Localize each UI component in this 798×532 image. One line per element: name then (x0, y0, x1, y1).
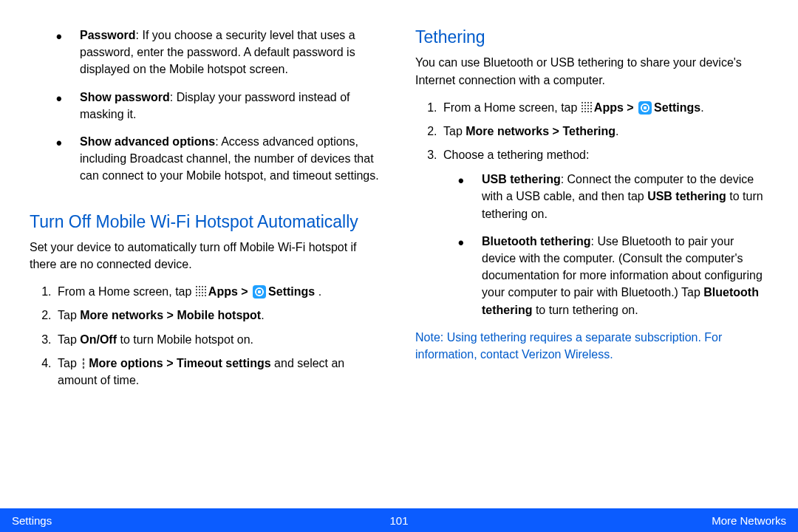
t-step-1-settings: Settings (654, 101, 700, 114)
step-1-pre: From a Home screen, tap (58, 285, 195, 298)
turn-off-intro: Set your device to automatically turn of… (30, 239, 386, 273)
step-4-pre: Tap (58, 357, 80, 369)
page-footer: Settings 101 More Networks (0, 508, 798, 532)
hotspot-config-bullets: Password: If you choose a security level… (30, 27, 386, 185)
tethering-methods: USB tethering: Connect the computer to t… (443, 171, 771, 318)
note-label: Note (415, 331, 440, 344)
left-column: Password: If you choose a security level… (0, 0, 400, 508)
step-3: Tap On/Off to turn Mobile hotspot on. (55, 331, 386, 348)
settings-gear-icon (253, 285, 266, 299)
tethering-note: Note: Using tethering requires a separat… (415, 329, 771, 363)
t-step-2-pre: Tap (443, 125, 466, 137)
step-4-bold: More options > Timeout settings (89, 357, 270, 369)
apps-grid-icon (581, 101, 593, 113)
bullet-password: Password: If you choose a security level… (56, 27, 386, 78)
step-2-pre: Tap (58, 309, 80, 321)
turn-off-steps: From a Home screen, tap Apps > Settings … (30, 283, 386, 389)
bullet-password-label: Password (80, 29, 136, 41)
more-options-icon (80, 357, 87, 369)
bullet-advanced-label: Show advanced options (80, 135, 215, 148)
tethering-steps: From a Home screen, tap Apps > Settings.… (415, 99, 771, 318)
t-step-3: Choose a tethering method: USB tethering… (440, 146, 771, 318)
apps-grid-icon (195, 285, 207, 297)
t-step-1-apps: Apps > (594, 101, 637, 114)
step-2-post: . (261, 309, 264, 321)
page-body: Password: If you choose a security level… (0, 0, 798, 508)
step-1-post: . (315, 285, 321, 298)
bullet-advanced: Show advanced options: Access advanced o… (56, 133, 386, 185)
footer-page-number: 101 (0, 514, 798, 527)
method-usb-label: USB tethering (482, 173, 561, 185)
note-text: : Using tethering requires a separate su… (415, 331, 722, 361)
heading-tethering: Tethering (415, 25, 771, 50)
t-step-2-post: . (615, 125, 618, 137)
t-step-1-pre: From a Home screen, tap (443, 101, 581, 114)
method-bt-t2: to turn tethering on. (532, 304, 638, 316)
right-column: Tethering You can use Bluetooth or USB t… (400, 0, 798, 508)
t-step-1-post: . (700, 101, 703, 114)
method-bt-label: Bluetooth tethering (482, 235, 591, 248)
footer-right: More Networks (712, 514, 786, 527)
step-4: Tap More options > Timeout settings and … (55, 355, 386, 389)
t-step-3-text: Choose a tethering method: (443, 149, 589, 161)
bullet-show-password-label: Show password (80, 91, 170, 103)
step-1: From a Home screen, tap Apps > Settings … (55, 283, 386, 300)
step-3-bold: On/Off (80, 333, 117, 346)
method-usb-bold2: USB tethering (647, 190, 726, 202)
heading-turn-off-hotspot: Turn Off Mobile Wi-Fi Hotspot Automatica… (30, 210, 386, 234)
footer-left: Settings (12, 514, 52, 527)
settings-gear-icon (638, 101, 652, 115)
step-2: Tap More networks > Mobile hotspot. (55, 307, 386, 324)
method-usb: USB tethering: Connect the computer to t… (458, 171, 771, 222)
step-3-pre: Tap (58, 333, 80, 346)
t-step-1: From a Home screen, tap Apps > Settings. (440, 99, 771, 116)
t-step-2-bold: More networks > Tethering (466, 125, 615, 137)
tethering-intro: You can use Bluetooth or USB tethering t… (415, 54, 771, 88)
step-1-apps: Apps > (208, 285, 251, 298)
step-1-settings: Settings (268, 285, 315, 298)
step-3-post: to turn Mobile hotspot on. (117, 333, 253, 346)
bullet-show-password: Show password: Display your password ins… (56, 89, 386, 123)
method-bluetooth: Bluetooth tethering: Use Bluetooth to pa… (458, 233, 771, 318)
step-2-bold: More networks > Mobile hotspot (80, 309, 261, 321)
t-step-2: Tap More networks > Tethering. (440, 123, 771, 140)
